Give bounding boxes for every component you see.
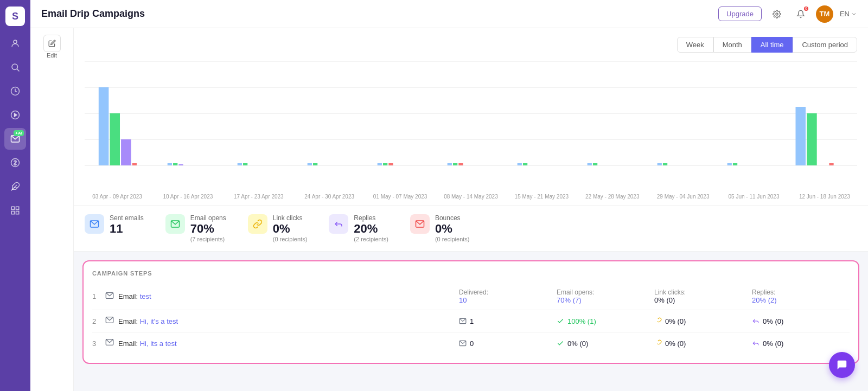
sidebar-item-puzzle[interactable] [4,176,26,197]
edit-label: Edit [47,52,57,59]
stat-bounces-content: Bounces 0% (0 recipients) [435,214,470,242]
notification-badge: 6 [804,7,808,11]
stat-link-clicks: Link clicks 0% (0 recipients) [248,214,308,242]
svg-rect-46 [658,163,662,165]
svg-rect-34 [308,163,312,165]
ai-badge: +AI [14,130,24,136]
step-3-replies: 0% (0) [752,339,850,348]
x-label-9: 05 Jun - 11 Jun 2023 [722,194,787,200]
stat-clicks-content: Link clicks 0% (0 recipients) [273,214,308,242]
step-2-delivered: 1 [459,317,557,325]
x-label-7: 22 May - 28 May 2023 [580,194,645,200]
header-right: Upgrade 6 TM EN [718,5,857,23]
main-content: Week Month All time Custom period [74,28,868,391]
svg-rect-47 [663,163,667,165]
step-number: 1 [92,292,105,300]
svg-rect-36 [378,163,382,165]
chat-button[interactable] [829,352,855,378]
svg-rect-52 [829,163,833,165]
stat-opens-value: 70% [190,222,226,236]
step-icon-mail [105,316,118,326]
sidebar-item-dollar[interactable] [4,152,26,174]
svg-rect-12 [11,211,14,214]
step-3-delivered: 0 [459,339,557,348]
svg-rect-39 [448,163,452,165]
language-selector[interactable]: EN [840,10,857,18]
main-area: Email Drip Campaigns Upgrade 6 TM EN Edi… [30,0,868,391]
notifications-button[interactable]: 6 [792,5,809,23]
period-alltime-button[interactable]: All time [751,37,793,53]
top-header: Email Drip Campaigns Upgrade 6 TM EN [30,0,868,28]
stat-opens-content: Email opens 70% (7 recipients) [190,214,226,242]
svg-rect-38 [388,163,393,165]
step-2-link[interactable]: Hi, it's a test [140,317,178,325]
svg-point-0 [14,40,17,43]
svg-rect-28 [132,163,137,165]
sidebar-item-search[interactable] [4,56,26,78]
step-2-replies: 0% (0) [752,317,850,325]
x-label-3: 24 Apr - 30 Apr 2023 [297,194,362,200]
x-label-5: 08 May - 14 May 2023 [438,194,503,200]
stat-bounces: Bounces 0% (0 recipients) [410,214,470,242]
svg-rect-10 [11,207,14,209]
svg-rect-33 [243,163,247,165]
campaign-steps-section: CAMPAIGN STEPS 1 Email: test Delivered: … [82,260,859,364]
page-title: Email Drip Campaigns [41,8,145,20]
stat-replies-label: Replies [354,214,388,222]
step-1-email-opens: Email opens: 70% (7) [557,289,654,304]
step-3-email-opens: 0% (0) [557,339,654,348]
edit-button[interactable] [43,35,61,52]
email-opens-icon [165,214,185,234]
sidebar-item-person[interactable] [4,33,26,54]
svg-rect-50 [795,107,806,165]
svg-rect-31 [178,164,183,165]
step-1-link-clicks: Link clicks: 0% (0) [654,289,752,304]
sidebar-item-grid[interactable] [4,200,26,221]
avatar[interactable]: TM [816,5,833,23]
svg-rect-42 [518,163,522,165]
stat-email-opens: Email opens 70% (7 recipients) [165,214,226,242]
stat-opens-label: Email opens [190,214,226,222]
svg-rect-32 [238,163,242,165]
svg-point-1 [12,64,18,70]
app-logo[interactable]: S [5,7,25,26]
step-1-replies: Replies: 20% (2) [752,289,850,304]
svg-rect-37 [383,163,387,165]
upgrade-button[interactable]: Upgrade [718,7,762,21]
stat-replies: Replies 20% (2 recipients) [329,214,388,242]
svg-rect-43 [523,163,527,165]
x-label-2: 17 Apr - 23 Apr 2023 [226,194,291,200]
step-2-link-clicks: 0% (0) [654,317,752,325]
bounces-icon [410,214,430,234]
sidebar-item-mail[interactable]: +AI [4,128,26,150]
stat-sent-content: Sent emails 11 [110,214,144,236]
settings-button[interactable] [768,5,786,23]
sent-emails-icon [85,214,104,234]
period-custom-button[interactable]: Custom period [793,37,857,53]
sidebar-item-activity[interactable] [4,80,26,102]
svg-rect-48 [727,163,732,165]
table-row: 1 Email: test Delivered: 10 Email opens:… [92,283,850,310]
stat-replies-content: Replies 20% (2 recipients) [354,214,388,242]
stat-bounces-label: Bounces [435,214,470,222]
x-label-10: 12 Jun - 18 Jun 2023 [792,194,857,200]
svg-marker-5 [15,113,17,117]
step-2-name: Email: Hi, it's a test [118,317,459,325]
step-1-delivered: Delivered: 10 [459,289,557,304]
x-label-0: 03 Apr - 09 Apr 2023 [85,194,150,200]
stat-clicks-sub: (0 recipients) [273,236,308,242]
stat-clicks-value: 0% [273,222,308,236]
step-3-name: Email: Hi, its a test [118,339,459,348]
chart-x-axis: 03 Apr - 09 Apr 2023 10 Apr - 16 Apr 202… [85,191,857,200]
svg-rect-30 [173,163,177,165]
stat-replies-sub: (2 recipients) [354,236,388,242]
period-week-button[interactable]: Week [677,37,713,53]
sidebar-item-circle[interactable] [4,104,26,126]
step-3-link[interactable]: Hi, its a test [140,339,177,348]
period-month-button[interactable]: Month [713,37,751,53]
step-1-link[interactable]: test [140,292,151,300]
svg-rect-45 [593,163,597,165]
svg-rect-35 [313,163,317,165]
stat-opens-sub: (7 recipients) [190,236,226,242]
svg-rect-49 [733,163,737,165]
